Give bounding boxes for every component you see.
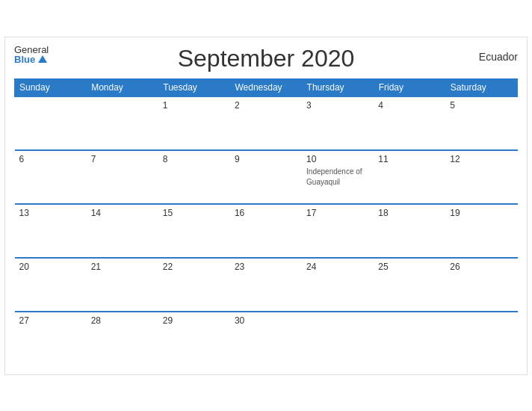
day-number: 18 — [378, 208, 441, 218]
day-number: 11 — [378, 154, 441, 164]
logo-triangle-icon — [38, 55, 47, 63]
calendar-cell: 24 — [302, 258, 374, 312]
day-number: 3 — [306, 100, 369, 111]
weekday-header-monday: Monday — [87, 78, 158, 96]
day-number: 9 — [235, 154, 297, 164]
day-number: 7 — [91, 154, 154, 164]
calendar-cell: 20 — [15, 258, 87, 312]
calendar-cell — [15, 96, 87, 150]
calendar-cell: 17 — [302, 204, 374, 258]
calendar-cell: 19 — [445, 204, 517, 258]
calendar-title: September 2020 — [178, 45, 355, 72]
day-number: 1 — [163, 100, 226, 111]
day-number: 26 — [450, 262, 513, 272]
day-number: 22 — [163, 262, 226, 272]
calendar-cell: 16 — [230, 204, 302, 258]
calendar-cell: 2 — [230, 96, 302, 150]
calendar-cell — [87, 96, 158, 150]
day-number: 21 — [91, 262, 154, 272]
weekday-header-sunday: Sunday — [15, 78, 87, 96]
weekday-header-tuesday: Tuesday — [158, 78, 230, 96]
day-number: 25 — [378, 262, 441, 272]
calendar-cell: 4 — [374, 96, 445, 150]
day-number: 15 — [163, 208, 226, 218]
calendar-cell: 25 — [374, 258, 445, 312]
calendar-cell: 23 — [230, 258, 302, 312]
day-number: 8 — [163, 154, 226, 164]
calendar-cell: 12 — [445, 150, 517, 204]
calendar-cell: 9 — [230, 150, 302, 204]
calendar-header: General Blue September 2020 Ecuador — [14, 45, 518, 72]
calendar-cell: 21 — [87, 258, 158, 312]
calendar-cell: 29 — [158, 312, 230, 365]
calendar-cell: 28 — [87, 312, 158, 365]
week-row-2: 13141516171819 — [15, 204, 518, 258]
weekday-header-wednesday: Wednesday — [230, 78, 302, 96]
day-number: 14 — [91, 208, 154, 218]
day-number: 19 — [450, 208, 513, 218]
calendar-cell: 15 — [158, 204, 230, 258]
logo-blue-container: Blue — [14, 55, 49, 64]
day-number: 20 — [19, 262, 82, 272]
weekday-header-thursday: Thursday — [302, 78, 374, 96]
day-number: 30 — [235, 315, 297, 326]
calendar-cell: 13 — [15, 204, 87, 258]
calendar-cell: 18 — [374, 204, 445, 258]
calendar-cell: 1 — [158, 96, 230, 150]
week-row-1: 678910Independence of Guayaquil1112 — [15, 150, 518, 204]
day-number: 23 — [235, 262, 297, 272]
calendar-cell: 30 — [230, 312, 302, 365]
day-number: 16 — [235, 208, 297, 218]
calendar-cell: 10Independence of Guayaquil — [302, 150, 374, 204]
weekday-header-saturday: Saturday — [445, 78, 517, 96]
day-number: 24 — [306, 262, 369, 272]
country-label: Ecuador — [479, 51, 518, 63]
day-number: 12 — [450, 154, 513, 164]
calendar-cell: 5 — [445, 96, 517, 150]
calendar-cell: 26 — [445, 258, 517, 312]
day-number: 2 — [235, 100, 297, 111]
calendar-cell: 6 — [15, 150, 87, 204]
calendar-container: General Blue September 2020 Ecuador Sund… — [4, 37, 528, 375]
calendar-cell — [445, 312, 517, 365]
day-number: 29 — [163, 315, 226, 326]
calendar-cell: 3 — [302, 96, 374, 150]
day-number: 27 — [19, 315, 82, 326]
day-number: 13 — [19, 208, 82, 218]
day-number: 4 — [378, 100, 441, 111]
week-row-4: 27282930 — [15, 312, 518, 365]
logo-general-text: General — [14, 45, 49, 55]
logo-blue-text: Blue — [14, 55, 35, 64]
day-number: 6 — [19, 154, 82, 164]
day-number: 10 — [306, 154, 369, 164]
calendar-cell — [302, 312, 374, 365]
calendar-cell: 7 — [87, 150, 158, 204]
holiday-name: Independence of Guayaquil — [306, 167, 362, 186]
weekday-header-row: SundayMondayTuesdayWednesdayThursdayFrid… — [15, 78, 518, 96]
calendar-cell: 27 — [15, 312, 87, 365]
calendar-cell — [374, 312, 445, 365]
weekday-header-friday: Friday — [374, 78, 445, 96]
calendar-cell: 22 — [158, 258, 230, 312]
calendar-grid: SundayMondayTuesdayWednesdayThursdayFrid… — [14, 78, 518, 365]
logo: General Blue — [14, 45, 49, 64]
calendar-cell: 8 — [158, 150, 230, 204]
week-row-0: 12345 — [15, 96, 518, 150]
calendar-cell: 11 — [374, 150, 445, 204]
day-number: 5 — [450, 100, 513, 111]
day-number: 17 — [306, 208, 369, 218]
week-row-3: 20212223242526 — [15, 258, 518, 312]
calendar-cell: 14 — [87, 204, 158, 258]
day-number: 28 — [91, 315, 154, 326]
